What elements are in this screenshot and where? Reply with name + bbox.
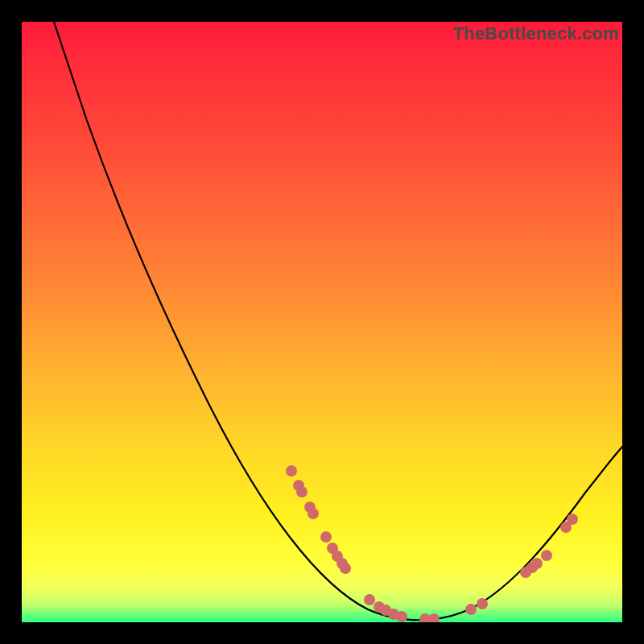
curve-marker: [308, 508, 319, 519]
curve-marker: [286, 465, 297, 477]
curve-markers-group: [286, 465, 578, 622]
chart-frame: TheBottleneck.com: [22, 22, 622, 622]
curve-marker: [396, 611, 407, 622]
curve-marker: [477, 598, 488, 609]
watermark-label: TheBottleneck.com: [453, 23, 619, 44]
curve-marker: [541, 550, 552, 561]
curve-marker: [428, 613, 440, 622]
curve-marker: [296, 486, 308, 497]
curve-marker: [340, 563, 351, 574]
curve-marker: [531, 558, 543, 569]
bottleneck-curve-svg: [22, 22, 622, 622]
curve-marker: [567, 514, 578, 525]
curve-marker: [320, 531, 332, 543]
curve-marker: [364, 594, 375, 605]
curve-marker: [465, 604, 477, 615]
bottleneck-curve-path: [54, 22, 622, 620]
